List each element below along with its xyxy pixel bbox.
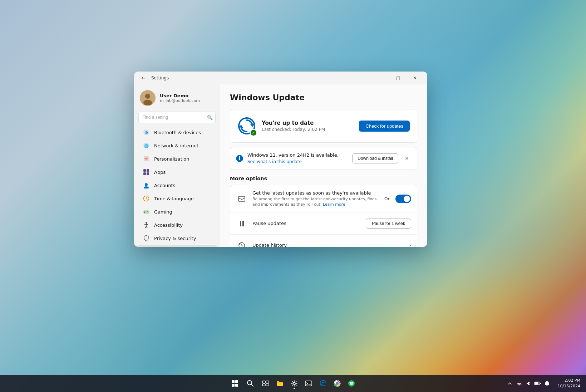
toggle-track[interactable]: [395, 195, 411, 203]
check-updates-button[interactable]: Check for updates: [359, 121, 410, 132]
network-icon: 🌐: [143, 142, 150, 149]
maximize-button[interactable]: □: [390, 73, 407, 83]
svg-point-21: [147, 211, 148, 212]
taskbar-fileexplorer[interactable]: [274, 377, 286, 390]
svg-text:🌐: 🌐: [144, 144, 149, 148]
info-icon: i: [236, 155, 243, 162]
svg-point-42: [336, 382, 339, 385]
nav-list: ⊕ Bluetooth & devices 🌐 Network & intern…: [134, 126, 220, 247]
volume-tray-icon[interactable]: [524, 379, 533, 388]
taskbar-edge[interactable]: [316, 377, 329, 390]
settings-window: ← Settings − □ ✕ U: [134, 72, 427, 247]
close-button[interactable]: ✕: [407, 73, 423, 83]
sidebar-item-network[interactable]: 🌐 Network & internet: [137, 139, 217, 152]
sidebar-item-accounts[interactable]: Accounts: [137, 179, 217, 192]
svg-rect-11: [143, 172, 146, 175]
pause-updates-text: Pause updates: [252, 221, 361, 226]
svg-text:⊕: ⊕: [144, 130, 148, 135]
update-history-text: Update history: [252, 242, 404, 247]
page-title: Windows Update: [230, 93, 417, 102]
update-history-title: Update history: [252, 242, 404, 247]
svg-point-1: [145, 94, 150, 99]
sidebar-item-label: Gaming: [154, 209, 172, 215]
sidebar-item-time[interactable]: Time & language: [137, 192, 217, 205]
svg-rect-34: [262, 381, 265, 383]
taskbar: 2:02 PM 10/15/2024: [0, 375, 586, 392]
svg-rect-37: [266, 384, 269, 386]
back-button[interactable]: ←: [138, 73, 148, 83]
svg-rect-47: [540, 383, 541, 384]
toggle-thumb: [404, 196, 410, 202]
sidebar-item-apps[interactable]: Apps: [137, 166, 217, 178]
sidebar-item-personalization[interactable]: ✏ Personalization: [137, 152, 217, 165]
svg-point-22: [148, 212, 148, 213]
bluetooth-icon: ⊕: [143, 129, 150, 136]
svg-point-23: [146, 222, 147, 224]
taskbar-center: [228, 377, 358, 390]
personalization-icon: ✏: [143, 155, 150, 162]
latest-updates-toggle[interactable]: [395, 195, 411, 203]
sidebar-item-label: Personalization: [154, 156, 189, 162]
svg-point-32: [247, 381, 252, 385]
search-icon: 🔍: [207, 115, 213, 120]
dismiss-notification-button[interactable]: ✕: [403, 154, 411, 163]
toggle-label: On: [384, 196, 390, 201]
chevron-up-icon[interactable]: [506, 379, 514, 388]
toggle-wrap: On: [384, 195, 411, 203]
see-whats-new-link[interactable]: See what's in this update: [247, 159, 302, 164]
svg-point-38: [293, 382, 295, 384]
taskbar-spotify[interactable]: [345, 377, 358, 390]
user-name: User Demo: [160, 93, 214, 98]
sidebar-item-label: Accounts: [154, 183, 175, 188]
sidebar-item-label: Time & language: [154, 196, 194, 201]
status-title: You're up to date: [262, 120, 353, 126]
start-button[interactable]: [228, 377, 241, 390]
svg-rect-9: [143, 169, 146, 172]
option-pause-updates: Pause updates Pause for 1 week: [230, 213, 417, 235]
battery-tray-icon[interactable]: [533, 379, 542, 388]
version-title: Windows 11, version 24H2 is available.: [247, 152, 348, 158]
more-options-title: More options: [230, 176, 417, 181]
status-text: You're up to date Last checked: Today, 2…: [262, 120, 353, 132]
svg-point-44: [518, 386, 519, 386]
network-tray-icon[interactable]: [515, 379, 523, 388]
window-controls: − □ ✕: [374, 73, 423, 83]
taskbar-settings[interactable]: [288, 377, 301, 390]
taskbar-chrome[interactable]: [331, 377, 344, 390]
title-bar: ← Settings − □ ✕: [134, 72, 427, 84]
notification-tray-icon[interactable]: [543, 379, 551, 388]
privacy-icon: [143, 235, 150, 242]
check-badge: ✓: [250, 129, 257, 136]
sidebar-item-label: Network & internet: [154, 143, 198, 148]
learn-more-link[interactable]: Learn more: [323, 202, 345, 207]
download-install-button[interactable]: Download & install: [352, 153, 398, 163]
svg-line-33: [251, 384, 253, 386]
sidebar-item-privacy[interactable]: Privacy & security: [137, 232, 217, 245]
taskbar-terminal[interactable]: [302, 377, 315, 390]
latest-updates-title: Get the latest updates as soon as they'r…: [252, 190, 379, 196]
latest-updates-text: Get the latest updates as soon as they'r…: [252, 190, 379, 207]
search-input[interactable]: [138, 112, 216, 123]
sidebar-item-winupdate[interactable]: Windows Update: [137, 245, 217, 247]
pause-bar-2: [242, 221, 244, 226]
main-content: Windows Update ✓ You're up to date Last …: [220, 84, 427, 247]
latest-updates-desc: Be among the first to get the latest non…: [252, 196, 379, 207]
accessibility-icon: [143, 221, 150, 229]
sidebar-item-label: Bluetooth & devices: [154, 130, 201, 135]
user-profile[interactable]: User Demo m_lab@outlook.com: [134, 87, 220, 112]
option-update-history[interactable]: Update history ›: [230, 235, 417, 247]
accounts-icon: [143, 182, 150, 189]
svg-rect-39: [305, 381, 312, 386]
svg-rect-46: [535, 382, 538, 384]
sidebar-item-bluetooth[interactable]: ⊕ Bluetooth & devices: [137, 126, 217, 139]
pause-updates-icon: [236, 218, 247, 229]
taskbar-search-button[interactable]: [243, 377, 258, 390]
sidebar-item-gaming[interactable]: Gaming: [137, 205, 217, 218]
sidebar-item-accessibility[interactable]: Accessibility: [137, 219, 217, 231]
minimize-button[interactable]: −: [374, 73, 390, 83]
taskbar-clock[interactable]: 2:02 PM 10/15/2024: [556, 377, 582, 390]
task-view-button[interactable]: [259, 377, 272, 390]
pause-for-week-button[interactable]: Pause for 1 week: [366, 219, 411, 229]
svg-line-17: [146, 199, 147, 199]
svg-rect-10: [147, 169, 149, 172]
